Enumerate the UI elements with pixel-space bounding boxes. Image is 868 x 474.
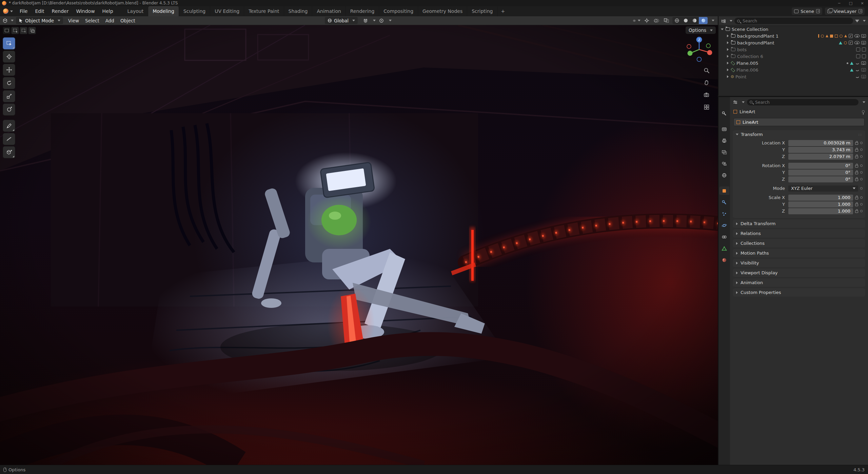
outliner-row-backgroundplant[interactable]: backgroundPlant [718, 39, 868, 46]
outliner-row-backgroundplant-1[interactable]: backgroundPlant 1 [718, 33, 868, 39]
workspace-tab-scripting[interactable]: Scripting [467, 6, 497, 16]
workspace-tab-layout[interactable]: Layout [123, 6, 149, 16]
lock-icon[interactable] [855, 179, 858, 181]
shading-dropdown-chevron-icon[interactable] [712, 20, 714, 21]
hide-eye-closed-toggle[interactable] [855, 69, 860, 71]
filter-icon[interactable] [855, 20, 859, 22]
snap-dropdown-chevron-icon[interactable] [373, 20, 376, 21]
editor-type-button[interactable] [0, 18, 16, 23]
tab-view-layer[interactable] [719, 148, 729, 156]
workspace-tab-animation[interactable]: Animation [312, 6, 346, 16]
lock-icon[interactable] [855, 165, 858, 167]
show-gizmo-toggle[interactable] [643, 17, 650, 24]
tool-select-box-button[interactable] [3, 37, 15, 50]
tab-object[interactable] [719, 186, 729, 195]
disable-render-toggle[interactable] [861, 34, 866, 38]
outliner-row-plane-005[interactable]: Plane.005 [718, 60, 868, 66]
menu-view[interactable]: View [65, 16, 82, 25]
select-mode-extend-button[interactable] [11, 27, 19, 34]
rotation-y-field[interactable]: 0° [788, 170, 853, 176]
menu-render[interactable]: Render [48, 6, 73, 16]
decorate-keyframe-dot[interactable] [860, 196, 863, 199]
exclude-checkbox[interactable] [856, 47, 860, 52]
lock-icon[interactable] [855, 149, 858, 152]
shading-material-button[interactable] [690, 17, 699, 24]
tab-render[interactable] [719, 125, 729, 133]
hide-eye-toggle[interactable] [854, 34, 860, 38]
panel-viewport-display[interactable]: Viewport Display [733, 269, 865, 277]
panel-delta-transform[interactable]: Delta Transform [733, 219, 865, 228]
blender-menu-button[interactable] [0, 8, 16, 14]
lock-icon[interactable] [855, 172, 858, 174]
camera-view-button[interactable] [703, 91, 711, 99]
location-z-field[interactable]: 2.0797 m [788, 154, 853, 160]
tool-transform-button[interactable] [3, 103, 15, 116]
panel-collections[interactable]: Collections [733, 239, 865, 248]
snap-toggle[interactable] [362, 17, 369, 24]
object-name-field[interactable]: LineArt [733, 118, 865, 126]
proportional-editing-toggle[interactable] [378, 17, 385, 24]
decorate-keyframe-dot[interactable] [860, 210, 863, 212]
menu-edit[interactable]: Edit [31, 6, 48, 16]
tab-constraints[interactable] [719, 233, 729, 241]
disable-render-toggle[interactable] [861, 41, 866, 44]
workspace-tab-rendering[interactable]: Rendering [346, 6, 379, 16]
mode-selector[interactable]: Object Mode [16, 17, 63, 24]
lock-icon[interactable] [855, 142, 858, 145]
panel-motion-paths[interactable]: Motion Paths [733, 249, 865, 257]
outliner-search-input[interactable] [742, 18, 850, 24]
tool-measure-button[interactable] [3, 133, 15, 145]
decorate-keyframe-dot[interactable] [860, 178, 863, 180]
tool-annotate-button[interactable] [3, 120, 15, 132]
location-x-field[interactable]: 0.003028 m [788, 140, 853, 146]
properties-editor-icon[interactable] [733, 100, 738, 104]
tab-world[interactable] [719, 171, 729, 179]
chevron-down-icon[interactable] [730, 20, 732, 22]
select-mode-intersect-button[interactable] [28, 27, 36, 34]
properties-search[interactable] [747, 99, 859, 105]
tab-output[interactable] [719, 136, 729, 145]
scale-x-field[interactable]: 1.000 [788, 195, 853, 201]
transform-orientation-dropdown[interactable]: Global [325, 17, 358, 24]
view-layer-selector[interactable]: ViewLayer [825, 7, 865, 15]
show-overlays-toggle[interactable] [653, 17, 660, 24]
menu-file[interactable]: File [16, 6, 31, 16]
panel-animation[interactable]: Animation [733, 278, 865, 287]
viewport-3d[interactable]: Options [0, 25, 718, 465]
outliner-row-bots[interactable]: bots [718, 46, 868, 53]
tool-add-cube-button[interactable] [3, 146, 15, 158]
outliner-row-scene-collection[interactable]: Scene Collection [718, 26, 868, 33]
workspace-tab-geometry-nodes[interactable]: Geometry Nodes [418, 6, 467, 16]
hide-eye-toggle[interactable] [854, 41, 860, 44]
exclude-checkbox[interactable] [856, 54, 860, 58]
properties-options-chevron-icon[interactable] [863, 101, 865, 103]
select-mode-subtract-button[interactable] [20, 27, 27, 34]
outliner-editor-icon[interactable] [721, 19, 726, 23]
decorate-keyframe-dot[interactable] [860, 187, 863, 190]
close-button[interactable]: × [856, 1, 868, 5]
decorate-keyframe-dot[interactable] [860, 164, 863, 167]
workspace-tab-texture-paint[interactable]: Texture Paint [244, 6, 284, 16]
select-mode-new-button[interactable] [3, 27, 11, 34]
transform-panel-header[interactable]: Transform :: [733, 130, 865, 139]
rotation-x-field[interactable]: 0° [788, 163, 853, 169]
menu-help[interactable]: Help [99, 6, 117, 16]
outliner-row-collection-6[interactable]: Collection 6 [718, 53, 868, 60]
holdout-toggle[interactable] [862, 47, 866, 52]
tab-particles[interactable] [719, 210, 729, 218]
toggle-ortho-button[interactable] [703, 103, 711, 111]
tool-options-dropdown[interactable]: Options [686, 26, 716, 34]
rotation-mode-dropdown[interactable]: XYZ Euler [788, 185, 858, 192]
scene-selector[interactable]: Scene [792, 7, 822, 15]
tab-physics[interactable] [719, 221, 729, 230]
holdout-toggle[interactable] [862, 54, 866, 58]
exclude-checkbox[interactable] [849, 41, 853, 45]
panel-drag-dots-icon[interactable]: :: [859, 132, 862, 137]
shading-wireframe-button[interactable] [672, 17, 681, 24]
workspace-tab-compositing[interactable]: Compositing [379, 6, 418, 16]
workspace-tab-shading[interactable]: Shading [284, 6, 313, 16]
tab-scene[interactable] [719, 159, 729, 168]
scale-z-field[interactable]: 1.000 [788, 208, 853, 214]
shading-solid-button[interactable] [681, 17, 690, 24]
menu-object[interactable]: Object [117, 16, 138, 25]
